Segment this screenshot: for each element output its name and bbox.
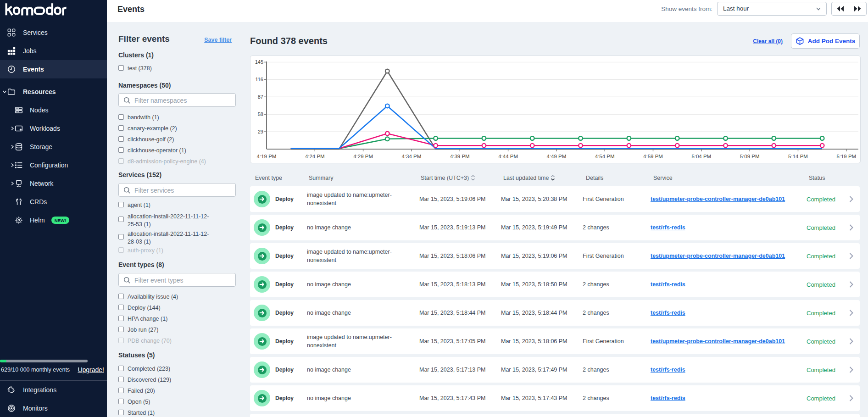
- svg-text:4:44 PM: 4:44 PM: [498, 154, 518, 159]
- svg-text:29: 29: [258, 129, 263, 134]
- svg-text:5:19 PM: 5:19 PM: [836, 154, 856, 159]
- svg-text:5:09 PM: 5:09 PM: [740, 154, 760, 159]
- svg-text:4:24 PM: 4:24 PM: [305, 154, 325, 159]
- svg-text:4:29 PM: 4:29 PM: [353, 154, 373, 159]
- svg-text:4:19 PM: 4:19 PM: [257, 154, 277, 159]
- svg-text:5:14 PM: 5:14 PM: [788, 154, 808, 159]
- svg-text:4:54 PM: 4:54 PM: [595, 154, 615, 159]
- svg-text:4:39 PM: 4:39 PM: [450, 154, 470, 159]
- svg-text:4:59 PM: 4:59 PM: [643, 154, 663, 159]
- svg-text:4:34 PM: 4:34 PM: [401, 154, 421, 159]
- svg-text:145: 145: [255, 59, 263, 65]
- svg-text:5:04 PM: 5:04 PM: [691, 154, 711, 159]
- svg-text:58: 58: [258, 111, 263, 117]
- svg-text:87: 87: [258, 94, 263, 100]
- svg-text:116: 116: [255, 77, 263, 82]
- svg-text:4:49 PM: 4:49 PM: [546, 154, 566, 159]
